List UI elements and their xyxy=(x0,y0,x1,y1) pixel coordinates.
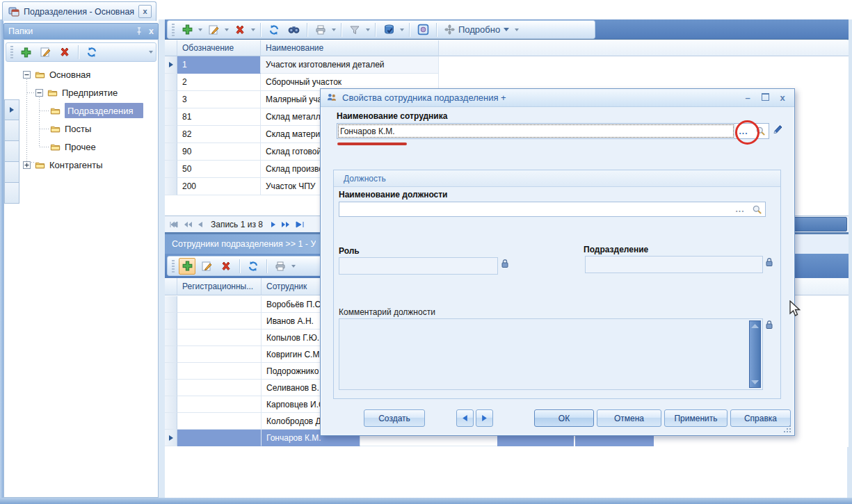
row-indicator[interactable] xyxy=(165,296,177,313)
row-indicator[interactable] xyxy=(165,91,177,108)
add-dropdown-icon[interactable] xyxy=(198,29,202,31)
edit-dropdown-icon[interactable] xyxy=(225,29,229,31)
dock-cell[interactable] xyxy=(4,141,19,162)
row-indicator[interactable] xyxy=(165,161,177,178)
tree-item-posts[interactable]: Посты xyxy=(49,121,91,136)
dialog-title-bar[interactable]: Свойства сотрудника подразделения + – x xyxy=(321,89,794,107)
row-indicator[interactable] xyxy=(165,126,177,143)
delete-dropdown-icon[interactable] xyxy=(251,29,255,31)
pin-icon[interactable] xyxy=(135,27,143,35)
document-tab[interactable]: Подразделения - Основная x xyxy=(2,1,156,21)
grid-cell-reg[interactable] xyxy=(177,396,262,413)
toolbar-overflow-icon[interactable] xyxy=(149,51,153,54)
collapse-icon[interactable] xyxy=(35,89,43,97)
nav-next-page-button[interactable] xyxy=(280,218,291,231)
detail-button[interactable]: Подробно xyxy=(442,24,512,35)
add-button[interactable] xyxy=(179,22,195,38)
tree-item-enterprise[interactable]: Предприятие xyxy=(35,85,118,100)
tree-item-departments[interactable]: Подразделения xyxy=(49,103,143,118)
folder-delete-button[interactable] xyxy=(56,44,73,60)
role-field[interactable] xyxy=(339,257,498,275)
collapse-icon[interactable] xyxy=(23,71,31,79)
row-indicator[interactable] xyxy=(165,56,177,74)
dock-cell[interactable] xyxy=(4,162,19,183)
toolbar-grip[interactable] xyxy=(172,24,175,36)
row-indicator[interactable] xyxy=(165,363,177,380)
grid-cell-code[interactable]: 82 xyxy=(177,126,261,143)
comment-scrollbar[interactable] xyxy=(749,320,761,388)
edit-button[interactable] xyxy=(205,22,222,38)
cancel-button[interactable]: Отмена xyxy=(597,409,661,427)
nav-prev-page-button[interactable] xyxy=(182,218,194,231)
panel-splitter[interactable] xyxy=(159,19,165,498)
folders-panel-close-button[interactable]: x xyxy=(149,26,154,36)
employee-name-field[interactable]: Гончаров К.М. ... xyxy=(337,123,769,139)
grid-cell-reg[interactable] xyxy=(177,413,262,430)
nav-last-button[interactable] xyxy=(294,218,306,231)
scroll-down-icon[interactable] xyxy=(750,380,760,385)
grid-cell-code[interactable]: 3 xyxy=(177,91,261,108)
folder-refresh-button[interactable] xyxy=(83,44,100,60)
folders-panel-caption[interactable]: Папки x xyxy=(3,23,159,40)
row-indicator[interactable] xyxy=(165,143,177,161)
grid-cell-reg[interactable] xyxy=(177,380,262,396)
print-dropdown-icon[interactable] xyxy=(291,265,296,268)
folder-edit-button[interactable] xyxy=(37,44,54,60)
tree-item-root[interactable]: Основная xyxy=(23,67,90,82)
grid-cell-reg[interactable] xyxy=(177,330,262,346)
tree-item-other[interactable]: Прочее xyxy=(49,139,96,154)
grid-cell-code[interactable]: 2 xyxy=(177,74,261,91)
window-button[interactable] xyxy=(415,22,431,38)
nav-prev-button[interactable] xyxy=(196,218,204,231)
dock-expand-button[interactable] xyxy=(4,99,19,120)
row-indicator[interactable] xyxy=(165,346,177,363)
ok-button[interactable]: ОК xyxy=(534,409,594,427)
maximize-button[interactable] xyxy=(759,92,771,103)
row-indicator[interactable] xyxy=(165,380,177,396)
filter-button[interactable] xyxy=(346,22,363,38)
grid-cell-code[interactable]: 81 xyxy=(177,108,261,126)
row-indicator[interactable] xyxy=(165,413,177,430)
expand-icon[interactable] xyxy=(23,161,31,169)
row-indicator[interactable] xyxy=(165,330,177,346)
apply-button[interactable]: Применить xyxy=(664,409,728,427)
export-dropdown-icon[interactable] xyxy=(400,29,404,31)
detail-overflow-icon[interactable] xyxy=(515,29,519,31)
dock-cell[interactable] xyxy=(4,120,19,141)
toolbar-grip[interactable] xyxy=(172,260,175,273)
print-dropdown-icon[interactable] xyxy=(332,29,336,31)
employee-edit-button[interactable] xyxy=(198,258,215,275)
record-prev-button[interactable] xyxy=(456,409,474,427)
grid-cell-reg[interactable] xyxy=(177,363,262,380)
grid-cell-code[interactable]: 1 xyxy=(177,56,261,74)
row-indicator[interactable] xyxy=(165,178,177,195)
folder-add-button[interactable] xyxy=(17,44,34,60)
ellipsis-button[interactable]: ... xyxy=(732,202,748,216)
row-indicator[interactable] xyxy=(165,108,177,126)
create-button[interactable]: Создать xyxy=(364,409,425,427)
close-button[interactable]: x xyxy=(776,92,789,103)
column-header-name[interactable]: Наименование xyxy=(261,40,439,56)
filter-dropdown-icon[interactable] xyxy=(366,29,370,31)
print-button[interactable] xyxy=(312,22,329,38)
find-button[interactable] xyxy=(285,22,302,38)
grid-cell-reg[interactable] xyxy=(177,346,262,363)
refresh-button[interactable] xyxy=(266,22,282,38)
delete-button[interactable] xyxy=(232,22,248,38)
grid-cell-code[interactable]: 200 xyxy=(177,178,261,195)
department-field[interactable] xyxy=(585,256,763,273)
nav-next-button[interactable] xyxy=(269,218,278,231)
scroll-up-icon[interactable] xyxy=(750,323,760,329)
employee-add-button[interactable] xyxy=(179,258,195,275)
position-name-value[interactable] xyxy=(339,202,732,216)
minimize-button[interactable]: – xyxy=(741,92,754,103)
tab-close-button[interactable]: x xyxy=(138,5,152,18)
search-icon[interactable] xyxy=(748,202,765,216)
row-indicator[interactable] xyxy=(165,396,177,413)
column-header-code[interactable]: Обозначение xyxy=(177,40,261,56)
dock-cell[interactable] xyxy=(4,183,19,204)
grid-cell-code[interactable]: 90 xyxy=(177,143,261,161)
grid-cell-reg[interactable] xyxy=(177,313,262,330)
position-name-field[interactable]: ... xyxy=(339,202,766,217)
toolbar-grip[interactable] xyxy=(10,46,13,58)
